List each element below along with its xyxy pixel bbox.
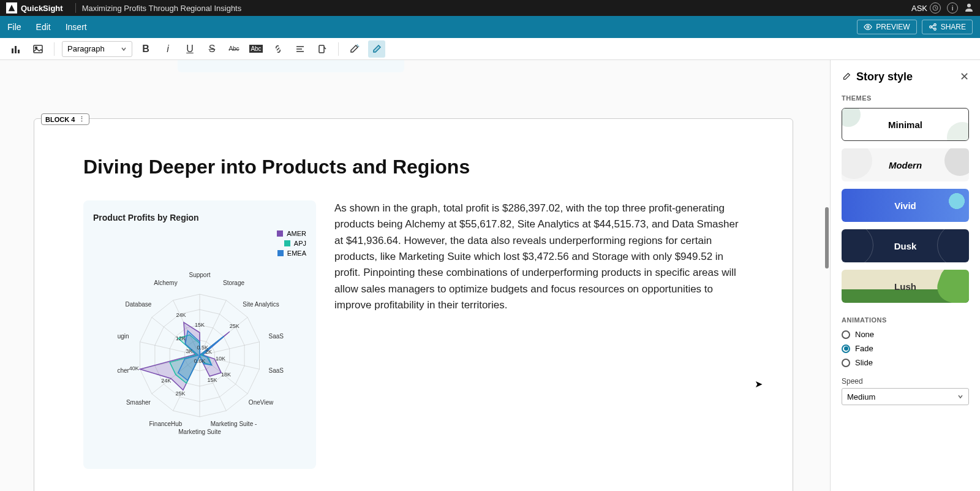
svg-point-4 xyxy=(929,26,932,28)
chevron-down-icon xyxy=(957,394,963,400)
svg-text:24K: 24K xyxy=(176,312,186,318)
preview-button[interactable]: PREVIEW xyxy=(857,20,916,34)
svg-text:2K: 2K xyxy=(205,349,212,355)
themes-label: THEMES xyxy=(842,94,969,102)
logo-icon xyxy=(6,2,17,13)
svg-marker-0 xyxy=(9,5,15,12)
svg-point-3 xyxy=(867,26,870,28)
ai-edit-icon[interactable] xyxy=(346,40,363,58)
svg-text:15K: 15K xyxy=(195,322,205,328)
panel-title: Story style xyxy=(842,70,913,83)
speed-label: Speed xyxy=(842,377,969,386)
clear-format-button[interactable]: Abc xyxy=(225,40,243,58)
svg-text:Database: Database xyxy=(126,301,152,308)
svg-rect-10 xyxy=(34,45,42,53)
menu-insert[interactable]: Insert xyxy=(66,22,87,32)
animations-label: ANIMATIONS xyxy=(842,316,969,324)
svg-text:Alchemy: Alchemy xyxy=(154,280,177,286)
ask-button[interactable]: ASK xyxy=(911,2,941,13)
svg-text:Smasher: Smasher xyxy=(126,399,151,406)
scrollbar-thumb[interactable] xyxy=(825,207,829,268)
clock-icon xyxy=(930,2,941,13)
svg-text:24K: 24K xyxy=(161,378,171,384)
block-menu-icon[interactable]: ⋮ xyxy=(78,115,85,123)
app-header: QuickSight Maximizing Profits Through Re… xyxy=(0,0,980,16)
chart-title: Product Profits by Region xyxy=(93,213,306,223)
story-block[interactable]: Diving Deeper into Products and Regions … xyxy=(34,118,793,491)
highlight-button[interactable]: Abc xyxy=(247,40,265,58)
svg-text:Marketing Suite -: Marketing Suite - xyxy=(211,421,257,427)
menu-edit[interactable]: Edit xyxy=(36,22,51,32)
align-button[interactable] xyxy=(292,40,309,58)
svg-rect-9 xyxy=(18,50,20,53)
document-title: Maximizing Profits Through Regional Insi… xyxy=(82,4,242,13)
svg-text:SaaS: SaaS xyxy=(269,367,284,374)
close-icon[interactable]: ✕ xyxy=(960,70,969,83)
brush-icon xyxy=(842,72,851,82)
bold-button[interactable]: B xyxy=(137,40,154,58)
chart-insert-icon[interactable] xyxy=(7,40,24,58)
animation-slide[interactable]: Slide xyxy=(842,358,969,367)
style-brush-icon[interactable] xyxy=(368,40,385,58)
canvas[interactable]: BLOCK 4 ⋮ Diving Deeper into Products an… xyxy=(0,60,830,491)
share-button[interactable]: SHARE xyxy=(922,20,973,34)
image-insert-icon[interactable] xyxy=(29,40,47,58)
block-tag[interactable]: BLOCK 4 ⋮ xyxy=(41,113,89,125)
svg-text:25K: 25K xyxy=(176,390,186,397)
radar-chart: SupportStorageSite AnalyticsSaaSSaaSOneV… xyxy=(96,261,304,451)
svg-text:FinanceHub: FinanceHub xyxy=(149,421,183,427)
svg-text:Support: Support xyxy=(189,272,210,278)
link-button[interactable] xyxy=(270,40,287,58)
svg-text:SaaS: SaaS xyxy=(269,333,284,340)
block-title: Diving Deeper into Products and Regions xyxy=(83,156,744,178)
svg-point-11 xyxy=(36,47,37,48)
theme-lush[interactable]: Lush xyxy=(842,270,969,303)
block-body-text[interactable]: As shown in the graph, total profit is $… xyxy=(334,200,744,469)
svg-rect-8 xyxy=(15,46,17,53)
italic-button[interactable]: i xyxy=(159,40,176,58)
svg-text:Storage: Storage xyxy=(223,280,244,286)
svg-text:18K: 18K xyxy=(221,371,231,378)
svg-text:OneView: OneView xyxy=(249,399,274,406)
paragraph-style-select[interactable]: Paragraph xyxy=(62,41,132,57)
svg-point-6 xyxy=(933,28,936,31)
svg-text:Marketing Suite: Marketing Suite xyxy=(178,428,221,435)
help-icon[interactable]: i xyxy=(947,2,958,13)
svg-rect-7 xyxy=(12,48,13,53)
menu-file[interactable]: File xyxy=(7,22,21,32)
chart-card[interactable]: Product Profits by Region AMER APJ EMEA … xyxy=(83,200,316,469)
header-divider xyxy=(75,3,76,13)
format-toolbar: Paragraph B i U S Abc Abc xyxy=(0,38,980,60)
theme-dusk[interactable]: Dusk xyxy=(842,229,969,262)
svg-text:ugin: ugin xyxy=(118,333,129,340)
svg-point-5 xyxy=(933,24,936,26)
svg-text:cher: cher xyxy=(117,367,129,374)
user-icon[interactable] xyxy=(964,2,974,14)
previous-block-edge xyxy=(178,60,404,72)
clear-button[interactable] xyxy=(314,40,331,58)
svg-text:25K: 25K xyxy=(230,323,239,329)
animation-none[interactable]: None xyxy=(842,330,969,339)
theme-modern[interactable]: Modern xyxy=(842,148,969,181)
svg-text:15K: 15K xyxy=(208,377,217,383)
theme-vivid[interactable]: Vivid xyxy=(842,189,969,222)
svg-text:12K: 12K xyxy=(176,335,186,341)
underline-button[interactable]: U xyxy=(181,40,198,58)
svg-point-2 xyxy=(967,4,971,7)
svg-text:40K: 40K xyxy=(129,365,139,371)
speed-select[interactable]: Medium xyxy=(842,388,969,405)
animation-fade[interactable]: Fade xyxy=(842,344,969,353)
chart-legend: AMER APJ EMEA xyxy=(93,230,306,257)
strikethrough-button[interactable]: S xyxy=(203,40,221,58)
menu-bar: File Edit Insert PREVIEW SHARE xyxy=(0,16,980,38)
svg-rect-12 xyxy=(319,45,324,53)
theme-minimal[interactable]: Minimal xyxy=(842,108,969,141)
chevron-down-icon xyxy=(121,46,127,52)
svg-text:Site Analytics: Site Analytics xyxy=(243,301,279,308)
story-style-panel: Story style ✕ THEMES Minimal Modern Vivi… xyxy=(830,60,980,491)
svg-text:3K: 3K xyxy=(186,348,192,354)
brand-name: QuickSight xyxy=(21,4,63,13)
svg-text:10K: 10K xyxy=(216,356,225,362)
svg-text:0.6K: 0.6K xyxy=(194,358,206,364)
